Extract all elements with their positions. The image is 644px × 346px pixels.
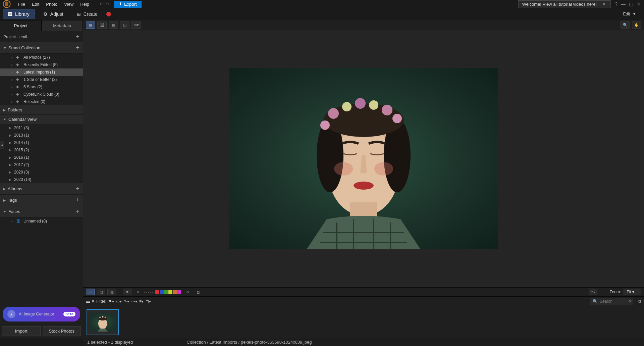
filter-more-icon[interactable]: ⋯▾ — [131, 299, 137, 304]
rotate-icon[interactable]: ↻ — [183, 289, 192, 295]
add-project-icon[interactable]: + — [76, 33, 79, 40]
collection-5-stars[interactable]: ▹◆5 Stars (2) — [0, 83, 83, 91]
section-albums[interactable]: ▶ Albums + — [0, 183, 83, 195]
collection-recently-edited[interactable]: ▹◆Recently Edited (5) — [0, 61, 83, 68]
pan-tool-icon[interactable]: ✋ — [632, 21, 641, 29]
photo-viewer[interactable] — [83, 30, 644, 287]
sort-icon[interactable]: ≡▾ — [589, 289, 597, 295]
zoom-tool-icon[interactable]: 🔍 — [621, 21, 630, 29]
filter-stack-icon[interactable]: ◻▾ — [146, 299, 151, 304]
layout-1-icon[interactable]: ▭ — [86, 289, 95, 295]
flag-pick-icon[interactable]: ⚑ — [123, 289, 131, 295]
list-view-icon[interactable]: ≡ — [92, 299, 94, 304]
tutorial-banner[interactable]: Welcome! View all tutorial videos here! … — [518, 0, 611, 8]
faces-unnamed[interactable]: ▹👤Unnamed (0) — [0, 217, 83, 225]
mode-library[interactable]: 🖼 Library — [3, 9, 35, 19]
calendar-2023[interactable]: ▹2023 (14) — [0, 176, 83, 183]
svg-point-10 — [369, 100, 378, 110]
view-single-icon[interactable]: ▦ — [86, 21, 95, 29]
ai-image-generator-button[interactable]: ▲ AI Image Generator BETA — [3, 307, 80, 322]
import-button[interactable]: Import — [2, 326, 41, 336]
calendar-2017[interactable]: ▹2017 (2) — [0, 161, 83, 168]
section-label: Tags — [8, 198, 74, 203]
notification-dot-icon[interactable] — [106, 12, 111, 16]
calendar-2014[interactable]: ▹2014 (1) — [0, 139, 83, 146]
help-icon[interactable]: ? — [615, 1, 618, 7]
collection-icon: ◆ — [16, 92, 21, 97]
color-red[interactable] — [155, 290, 159, 294]
add-album-icon[interactable]: + — [76, 185, 79, 192]
collection-1-star[interactable]: ▹◆1 Star or Better (3) — [0, 76, 83, 83]
export-button[interactable]: ⬆ Export — [114, 1, 142, 8]
section-calendar[interactable]: ▼ Calendar View — [0, 115, 83, 124]
color-yellow[interactable] — [168, 290, 172, 294]
color-orange[interactable] — [173, 290, 177, 294]
calendar-2016[interactable]: ▹2016 (1) — [0, 154, 83, 161]
edit-button[interactable]: Edit ▼ — [618, 10, 641, 18]
thumbnail-selected[interactable] — [87, 309, 119, 335]
redo-icon[interactable]: ↷ — [106, 1, 110, 7]
sidebar-collapse-handle[interactable]: ◀ — [0, 141, 4, 149]
color-purple[interactable] — [177, 290, 181, 294]
collection-cloud[interactable]: ▹◆CyberLink Cloud (0) — [0, 91, 83, 98]
collection-rejected[interactable]: ▹◆Rejected (0) — [0, 98, 83, 105]
layout-3-icon[interactable]: ▥ — [107, 289, 116, 295]
sidebar-tabs: Project Metadata — [0, 20, 83, 31]
calendar-2013[interactable]: ▹2013 (1) — [0, 132, 83, 139]
section-tags[interactable]: ▶ Tags + — [0, 195, 83, 206]
menu-file[interactable]: File — [15, 0, 29, 8]
tutorial-close-icon[interactable]: ✕ — [601, 2, 607, 7]
menu-view[interactable]: View — [61, 0, 77, 8]
filter-sort-icon[interactable]: ≡▾ — [139, 299, 144, 304]
menu-help[interactable]: Help — [77, 0, 93, 8]
close-icon[interactable]: ✕ — [637, 1, 641, 7]
flag-reject-icon[interactable]: ⚐ — [133, 289, 142, 295]
view-grid-icon[interactable]: ▦ — [109, 21, 118, 29]
section-label: Faces — [8, 209, 74, 214]
mode-adjust[interactable]: ⚙ Adjust — [39, 9, 68, 19]
calendar-2011[interactable]: ▹2011 (3) — [0, 124, 83, 132]
chevron-down-icon: ▼ — [633, 12, 636, 16]
app-logo — [1, 0, 12, 9]
filter-edit-icon[interactable]: ✎▾ — [124, 299, 129, 304]
main-layout: Project Metadata Project - emil- + ▼ Sma… — [0, 20, 644, 338]
stock-photos-button[interactable]: Stock Photos — [43, 326, 81, 336]
undo-icon[interactable]: ↶ — [99, 1, 103, 7]
view-compare-icon[interactable]: ◫ — [120, 21, 129, 29]
search-input[interactable] — [600, 299, 627, 304]
section-label: Smart Collection — [8, 45, 74, 50]
tab-metadata[interactable]: Metadata — [42, 20, 83, 31]
view-slideshow-icon[interactable]: ▭▾ — [131, 21, 141, 29]
color-green[interactable] — [164, 290, 168, 294]
search-clear-icon[interactable]: ✕ — [629, 299, 632, 304]
filter-flag-icon[interactable]: ⚑▾ — [108, 299, 114, 304]
external-link-icon[interactable]: ⧉ — [638, 298, 641, 304]
calendar-2020[interactable]: ▹2020 (3) — [0, 168, 83, 176]
maximize-icon[interactable]: ▢ — [629, 1, 633, 7]
calendar-2015[interactable]: ▹2015 (2) — [0, 146, 83, 154]
section-folders[interactable]: ▶ Folders — [0, 105, 83, 115]
star-rating[interactable] — [144, 292, 153, 293]
section-smart-collection[interactable]: ▼ Smart Collection + — [0, 42, 83, 54]
filter-label-icon[interactable]: ▭▾ — [116, 299, 122, 304]
minimize-icon[interactable]: — — [621, 1, 626, 7]
add-face-icon[interactable]: + — [76, 208, 79, 215]
search-box[interactable]: 🔍 ✕ — [590, 298, 633, 305]
crop-tool-icon[interactable]: ◻ — [194, 289, 203, 295]
tab-project[interactable]: Project — [0, 20, 42, 31]
menu-photo[interactable]: Photo — [43, 0, 61, 8]
strip-view-icon[interactable]: ▬ — [86, 299, 90, 304]
mode-create[interactable]: ⊞ Create — [72, 9, 102, 19]
add-tag-icon[interactable]: + — [76, 197, 79, 204]
section-faces[interactable]: ▼ Faces + — [0, 206, 83, 217]
collection-icon: ◆ — [16, 55, 21, 60]
layout-2-icon[interactable]: ◫ — [97, 289, 105, 295]
color-blue[interactable] — [160, 290, 164, 294]
expand-icon: ▼ — [3, 46, 6, 50]
add-collection-icon[interactable]: + — [76, 44, 79, 51]
menu-edit[interactable]: Edit — [29, 0, 43, 8]
zoom-select[interactable]: Fit ▾ — [624, 289, 641, 295]
collection-all-photos[interactable]: ▹◆All Photos (27) — [0, 54, 83, 61]
collection-latest-imports[interactable]: ▹◆Latest Imports (1) — [0, 68, 83, 76]
view-image-icon[interactable]: 🖼 — [97, 21, 107, 29]
